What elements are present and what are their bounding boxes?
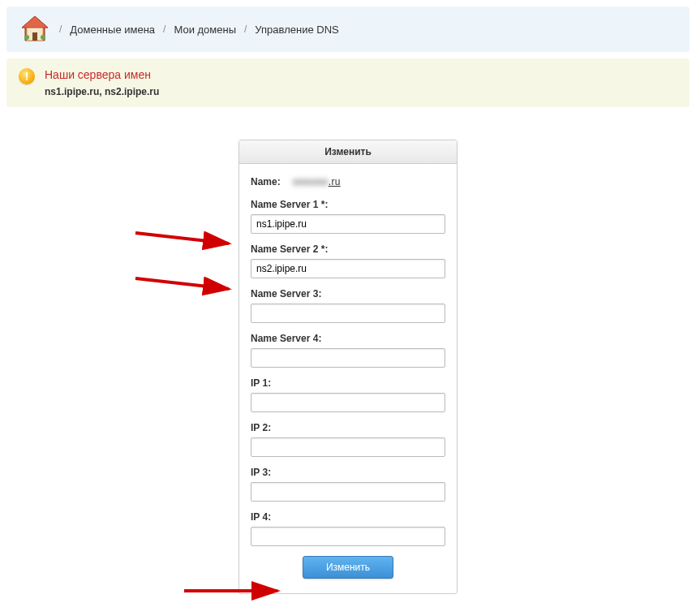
- ns4-input[interactable]: [251, 348, 445, 368]
- annotation-arrow-icon: [131, 274, 237, 299]
- ip1-label: IP 1:: [251, 377, 445, 389]
- breadcrumb-separator: /: [163, 24, 165, 35]
- ip3-label: IP 3:: [251, 467, 445, 478]
- ip3-input[interactable]: [251, 482, 445, 502]
- ns1-input[interactable]: [251, 214, 445, 234]
- home-icon[interactable]: [19, 13, 51, 45]
- ns1-label: Name Server 1 *:: [251, 199, 445, 210]
- breadcrumb-dns-management[interactable]: Управление DNS: [255, 24, 338, 36]
- warning-icon: !: [19, 68, 35, 84]
- ip1-input[interactable]: [251, 393, 445, 412]
- ip2-label: IP 2:: [251, 422, 445, 433]
- ip4-input[interactable]: [251, 527, 445, 546]
- svg-point-5: [41, 35, 45, 40]
- ns4-label: Name Server 4:: [251, 333, 445, 344]
- ns2-input[interactable]: [251, 259, 445, 278]
- info-box: ! Наши сервера имен ns1.ipipe.ru, ns2.ip…: [6, 58, 690, 107]
- name-label: Name:: [251, 176, 281, 187]
- info-title: Наши сервера имен: [45, 68, 159, 81]
- ns3-input[interactable]: [251, 304, 445, 323]
- breadcrumb: / Доменные имена / Мои домены / Управлен…: [6, 6, 690, 52]
- breadcrumb-my-domains[interactable]: Мои домены: [174, 24, 236, 36]
- ip4-label: IP 4:: [251, 511, 445, 523]
- annotation-arrow-icon: [131, 229, 237, 253]
- submit-button[interactable]: Изменить: [303, 556, 393, 579]
- breadcrumb-separator: /: [59, 24, 62, 35]
- domain-name-value: xxxxxxx.ru: [293, 176, 341, 187]
- svg-line-7: [135, 278, 229, 289]
- dns-edit-form: Изменить Name: xxxxxxx.ru Name Server 1 …: [238, 140, 458, 594]
- info-text: ns1.ipipe.ru, ns2.ipipe.ru: [45, 86, 159, 97]
- form-header: Изменить: [239, 140, 457, 164]
- svg-rect-2: [32, 32, 37, 41]
- ip2-input[interactable]: [251, 437, 445, 457]
- svg-line-6: [135, 233, 229, 243]
- breadcrumb-separator: /: [244, 24, 247, 35]
- ns2-label: Name Server 2 *:: [251, 243, 445, 255]
- svg-marker-3: [22, 16, 48, 28]
- breadcrumb-domain-names[interactable]: Доменные имена: [70, 24, 155, 36]
- domain-name-row: Name: xxxxxxx.ru: [251, 176, 445, 187]
- svg-point-4: [24, 35, 29, 40]
- ns3-label: Name Server 3:: [251, 288, 445, 299]
